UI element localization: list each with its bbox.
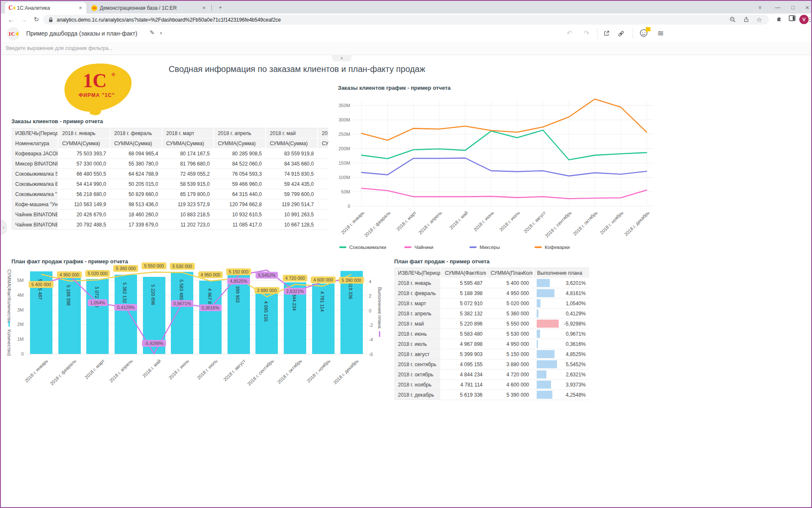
table-row[interactable]: Кофе-машина "Уни...110 563 149,998 513 4… (11, 199, 329, 210)
cell-value: 10 991 263,5 (266, 210, 318, 220)
row-label: 2018 г. январь (394, 278, 441, 288)
table-row[interactable]: Миксер BINATONE ...57 330 000,055 380 78… (11, 159, 329, 169)
table-row[interactable]: Чайник BINATONE ...20 792 488,517 339 67… (11, 220, 329, 230)
bar-value-label: 4 781 114 (320, 291, 325, 312)
table-row[interactable]: 2018 г. декабрь5 619 3365 390 0004,2548% (394, 390, 590, 400)
table-row[interactable]: 2018 г. сентябрь4 095 1553 880 0005,5452… (394, 359, 590, 370)
back-icon[interactable]: ← (6, 15, 16, 24)
cell-value: 81 796 680,0 (162, 159, 214, 169)
cell-plan-completion: 3,9373% (533, 380, 590, 390)
edit-pencil-icon[interactable]: ✎ (150, 29, 155, 36)
tab-close-icon[interactable]: × (201, 5, 206, 11)
table-row[interactable]: 2018 г. июнь5 583 4805 530 0000,9671% (394, 329, 590, 339)
window-close-button[interactable]: × (800, 1, 812, 14)
zoom-icon[interactable] (730, 17, 736, 23)
cell-value: 20 426 679,0 (58, 210, 110, 220)
share-icon[interactable] (743, 17, 749, 23)
column-header[interactable]: Выполнение плана (533, 268, 590, 278)
column-header[interactable]: 2018 г. февраль (110, 128, 162, 138)
address-bar[interactable]: analytics.demo.1c.ru/analytics/ans?state… (43, 15, 769, 25)
table-row[interactable]: 2018 г. февраль5 188 3984 950 0004,8161% (394, 288, 590, 298)
column-header[interactable]: 2018 г. март (162, 128, 214, 138)
new-tab-button[interactable]: + (213, 1, 228, 14)
table-row[interactable]: 2018 г. январь5 595 4875 400 0003,6201% (394, 278, 590, 288)
browser-window: С 1С:Аналитика × 1с Демонстрационная баз… (0, 0, 812, 508)
cell-clipped (318, 199, 329, 210)
feedback-smiley-icon[interactable] (639, 29, 648, 37)
tab-demo-base[interactable]: 1с Демонстрационная база / 1С:ER × (88, 2, 210, 14)
title-caret-down-icon[interactable]: ▾ (160, 30, 162, 36)
plan-value-label: 5 400 000 (29, 281, 54, 288)
url-text[interactable]: analytics.demo.1c.ru/analytics/ans?state… (57, 17, 281, 23)
tab-search-icon[interactable]: ∨ (753, 1, 767, 14)
bar-value-label: 5 220 896 (151, 284, 156, 305)
table-row[interactable]: Соковыжималка "...56 218 680,050 829 660… (11, 189, 329, 199)
completion-percent: 2,6321% (566, 372, 586, 378)
column-header[interactable]: СУММА(ФактКоли... (441, 268, 486, 278)
column-header[interactable]: СУММА(ПланКоли... (486, 268, 533, 278)
column-header[interactable]: 2018 г. май (266, 128, 318, 138)
legend-item-Миксеры[interactable]: Миксеры (469, 245, 500, 250)
column-subheader[interactable]: Номенклатура (11, 138, 58, 149)
browser-menu-dots-icon[interactable]: ⋮ (807, 15, 812, 24)
line-series-Миксеры[interactable] (362, 158, 647, 176)
planfact-table-title: План факт продаж - пример отчета (394, 258, 490, 265)
bar-value-label: 4 095 155 (263, 301, 269, 322)
tab-close-icon[interactable]: × (78, 5, 83, 11)
cell-plan-completion: -5,9298% (533, 319, 590, 329)
column-subheader[interactable]: СУММА(Сумма) (266, 138, 318, 149)
table-row[interactable]: 2018 г. май5 220 8965 550 000-5,9298% (394, 319, 590, 329)
cell-plan-completion: 3,6201% (533, 278, 590, 288)
waves-menu-icon[interactable]: ≋ (657, 28, 664, 38)
line-series-Чайники[interactable] (362, 188, 647, 199)
x-tick-label: 2018 г. январь (340, 210, 365, 235)
cell-value: 10 932 610,5 (214, 210, 266, 220)
column-header[interactable]: ИЗВЛЕЧЬ(Период, ... (394, 268, 441, 278)
reload-icon[interactable]: ↻ (31, 15, 41, 24)
open-external-icon[interactable] (603, 30, 610, 37)
table-row[interactable]: Соковыжималка S...66 480 550,564 624 788… (11, 169, 329, 179)
table-row[interactable]: 2018 г. октябрь4 844 2344 720 0002,6321% (394, 370, 590, 380)
column-subheader[interactable]: СУМ (318, 138, 329, 149)
maximize-button[interactable]: □ (786, 1, 800, 14)
column-header[interactable]: 2018 (318, 128, 329, 138)
forward-icon[interactable]: → (19, 15, 29, 24)
tab-analytics[interactable]: С 1С:Аналитика × (5, 2, 86, 14)
table-row[interactable]: 2018 г. август5 399 9035 150 0004,8525% (394, 349, 590, 359)
link-icon[interactable] (617, 30, 625, 37)
table-row[interactable]: 2018 г. июль4 967 8984 950 0000,3616% (394, 339, 590, 349)
column-header[interactable]: 2018 г. апрель (214, 128, 266, 138)
column-subheader[interactable]: СУММА(Сумма) (58, 138, 110, 149)
bookmark-star-icon[interactable]: ☆ (757, 16, 762, 24)
minimize-button[interactable]: — (771, 1, 785, 14)
legend-item-Чайники[interactable]: Чайники (404, 245, 433, 250)
table-row[interactable]: Кофеварка JACOB...75 503 393,768 094 965… (11, 149, 329, 159)
side-expander-button[interactable]: › (1, 220, 7, 235)
legend-item-Кофеварки[interactable]: Кофеварки (535, 245, 570, 250)
table-row[interactable]: 2018 г. ноябрь4 781 1144 600 0003,9373% (394, 380, 590, 390)
y-tick-label: 3M (10, 307, 24, 312)
x-tick-label: 2018 г. март (84, 358, 106, 380)
column-header[interactable]: ИЗВЛЕЧЬ(Период, ... (11, 128, 58, 138)
1c-erp-favicon: 1с (91, 5, 97, 11)
table-row[interactable]: 2018 г. апрель5 382 1325 360 0000,4129% (394, 309, 590, 319)
table-row[interactable]: Соковыжималка В...54 414 990,050 205 015… (11, 179, 329, 189)
column-subheader[interactable]: СУММА(Сумма) (110, 138, 162, 149)
collapse-panel-button[interactable]: ∧ (332, 55, 351, 61)
line-chart-plot[interactable] (353, 96, 653, 208)
y-tick-label: 300M (331, 117, 350, 122)
column-header[interactable]: 2018 г. январь (58, 128, 110, 138)
column-subheader[interactable]: СУММА(Сумма) (162, 138, 214, 149)
side-panel-icon[interactable] (789, 15, 796, 21)
table-row[interactable]: Чайник BINATONE ...20 426 679,018 460 26… (11, 210, 329, 220)
column-subheader[interactable]: СУММА(Сумма) (214, 138, 266, 149)
line-series-Соковыжималки[interactable] (362, 130, 647, 160)
legend-item-Соковыжималки[interactable]: Соковыжималки (339, 245, 386, 250)
undo-icon[interactable]: ↶ (567, 29, 572, 37)
x-tick-label: 2018 г. март (395, 210, 417, 232)
extensions-puzzle-icon[interactable] (776, 15, 783, 22)
filter-bar[interactable]: Введите выражение для создания фильтра..… (1, 42, 811, 55)
redo-icon[interactable]: ↷ (584, 29, 589, 37)
table-row[interactable]: 2018 г. март5 072 9105 020 0001,0540% (394, 298, 590, 309)
row-label: Соковыжималка В... (11, 179, 58, 189)
